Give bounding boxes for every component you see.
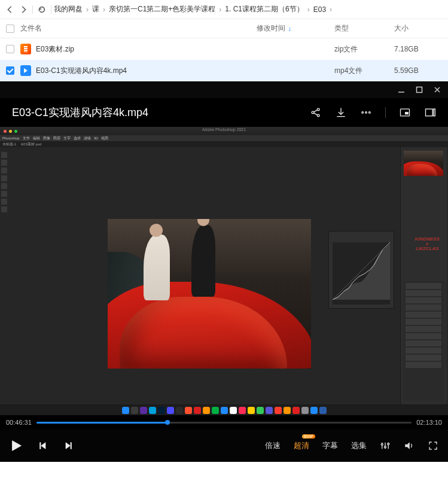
current-time: 00:46:31 xyxy=(6,419,32,426)
breadcrumb-item[interactable]: E03 xyxy=(313,5,326,14)
top-navigation: 我的网盘 › 课 › 亲切第一C1第二期+色彩美学课程 › 1. C1课程第二期… xyxy=(0,0,448,19)
chevron-right-icon: › xyxy=(103,5,105,14)
svg-point-9 xyxy=(362,112,364,114)
column-header-type[interactable]: 类型 xyxy=(334,23,394,34)
quality-label: 超清 xyxy=(294,441,309,450)
row-checkbox[interactable] xyxy=(6,66,14,75)
column-header-date[interactable]: 修改时间 ↓ xyxy=(257,23,334,34)
file-row[interactable]: E03-C1实现港风内容4k.mp4 mp4文件 5.59GB xyxy=(0,60,448,81)
subtitle-button[interactable]: 字幕 xyxy=(322,440,338,451)
chevron-right-icon: › xyxy=(219,5,221,14)
breadcrumb-item[interactable]: 课 xyxy=(92,4,99,14)
episodes-button[interactable]: 选集 xyxy=(351,440,367,451)
svg-point-10 xyxy=(365,112,367,114)
photoshop-window: Adobe Photoshop 2021 Photoshop文件编辑图像图层文字… xyxy=(0,127,448,415)
player-header: E03-C1实现港风内容4k.mp4 xyxy=(0,98,448,127)
fullscreen-button[interactable] xyxy=(428,440,438,451)
download-button[interactable] xyxy=(335,106,347,118)
breadcrumb-item[interactable]: 亲切第一C1第二期+色彩美学课程 xyxy=(109,4,215,14)
divider xyxy=(51,5,51,14)
file-name: E03素材.zip xyxy=(36,44,257,54)
svg-rect-14 xyxy=(426,109,433,116)
svg-point-27 xyxy=(388,443,389,445)
svg-marker-20 xyxy=(66,443,70,449)
file-size: 7.18GB xyxy=(394,45,442,53)
ps-curves-panel xyxy=(328,231,394,309)
svg-point-4 xyxy=(312,111,314,114)
chevron-right-icon: › xyxy=(307,5,310,14)
settings-button[interactable] xyxy=(380,440,391,451)
ps-canvas xyxy=(108,219,311,369)
nav-refresh-button[interactable] xyxy=(35,3,48,16)
file-type: mp4文件 xyxy=(334,66,394,76)
divider xyxy=(32,5,33,14)
pip-button[interactable] xyxy=(399,106,411,118)
row-checkbox[interactable] xyxy=(6,45,14,53)
svg-point-5 xyxy=(317,108,319,111)
svg-rect-15 xyxy=(434,109,435,116)
window-titlebar xyxy=(0,81,448,98)
play-button[interactable] xyxy=(10,439,23,452)
next-button[interactable] xyxy=(63,441,73,450)
svg-line-8 xyxy=(314,113,318,115)
progress-fill xyxy=(36,422,168,424)
breadcrumb: 我的网盘 › 课 › 亲切第一C1第二期+色彩美学课程 › 1. C1课程第二期… xyxy=(54,4,444,14)
file-type: zip文件 xyxy=(334,44,394,54)
svg-rect-1 xyxy=(417,87,422,93)
mac-dock xyxy=(0,406,448,415)
share-button[interactable] xyxy=(310,106,322,118)
player-header-actions xyxy=(310,106,436,118)
file-size: 5.59GB xyxy=(394,66,442,75)
window-maximize-button[interactable] xyxy=(416,86,423,93)
file-row[interactable]: E03素材.zip zip文件 7.18GB xyxy=(0,38,448,60)
volume-button[interactable] xyxy=(404,440,415,451)
breadcrumb-item[interactable]: 我的网盘 xyxy=(54,4,83,14)
ps-app-title: Adobe Photoshop 2021 xyxy=(202,127,246,132)
svg-point-6 xyxy=(317,114,319,117)
svg-marker-28 xyxy=(405,442,410,449)
progress-thumb[interactable] xyxy=(165,420,170,425)
collapse-sidebar-button[interactable] xyxy=(424,106,436,118)
chevron-right-icon: › xyxy=(330,5,332,14)
player-controls: 倍速 超清 SVIP 字幕 选集 xyxy=(0,430,448,462)
zip-file-icon xyxy=(20,44,31,54)
video-file-icon xyxy=(20,65,31,76)
chevron-right-icon: › xyxy=(86,5,89,14)
column-header-date-label: 修改时间 xyxy=(257,23,285,34)
svip-badge: SVIP xyxy=(302,434,315,439)
window-close-button[interactable] xyxy=(434,86,441,93)
speed-button[interactable]: 倍速 xyxy=(265,440,281,451)
nav-forward-button[interactable] xyxy=(17,3,30,16)
video-viewport[interactable]: Adobe Photoshop 2021 Photoshop文件编辑图像图层文字… xyxy=(0,127,448,415)
breadcrumb-item[interactable]: 1. C1课程第二期（6节） xyxy=(225,4,303,14)
svg-rect-21 xyxy=(71,443,71,449)
more-button[interactable] xyxy=(360,106,372,118)
svg-point-25 xyxy=(381,443,383,445)
window-minimize-button[interactable] xyxy=(398,86,405,93)
total-time: 02:13:10 xyxy=(416,419,442,426)
svg-marker-17 xyxy=(13,441,22,451)
progress-row: 00:46:31 02:13:10 xyxy=(0,415,448,430)
ps-overlay-text: LWZCLAS xyxy=(415,246,440,251)
svg-point-26 xyxy=(385,446,386,448)
svg-rect-13 xyxy=(405,112,409,114)
svg-point-11 xyxy=(369,112,371,114)
file-name: E03-C1实现港风内容4k.mp4 xyxy=(36,66,257,76)
select-all-checkbox[interactable] xyxy=(6,25,14,33)
nav-back-button[interactable] xyxy=(4,3,17,16)
video-title: E03-C1实现港风内容4k.mp4 xyxy=(12,105,310,120)
previous-button[interactable] xyxy=(38,441,48,450)
video-player-window: E03-C1实现港风内容4k.mp4 Adobe Photoshop 2021 … xyxy=(0,81,448,462)
file-list-header: 文件名 修改时间 ↓ 类型 大小 xyxy=(0,19,448,38)
quality-button[interactable]: 超清 SVIP xyxy=(294,440,309,451)
progress-bar[interactable] xyxy=(36,422,412,424)
sort-arrow-down-icon: ↓ xyxy=(288,25,291,33)
svg-rect-19 xyxy=(40,443,41,449)
column-header-name[interactable]: 文件名 xyxy=(14,23,257,34)
svg-line-7 xyxy=(314,110,318,112)
divider xyxy=(385,107,386,118)
column-header-size[interactable]: 大小 xyxy=(394,23,442,34)
svg-marker-18 xyxy=(41,443,45,449)
